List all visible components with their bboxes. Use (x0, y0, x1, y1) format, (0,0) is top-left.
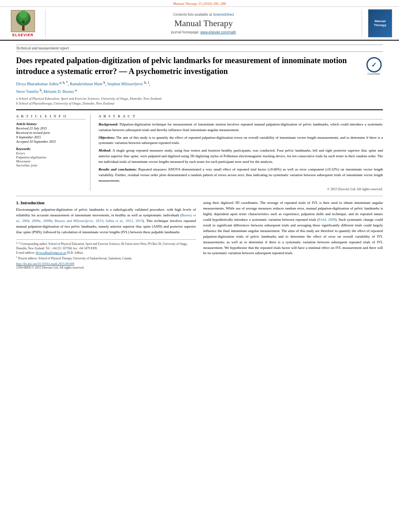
abstract-heading: A B S T R A C T (99, 114, 383, 119)
elsevier-logo: ELSEVIER (11, 10, 35, 37)
keyword-sacroiliac: Sacroiliac joint (16, 163, 85, 167)
svg-point-5 (22, 21, 25, 23)
author-mani[interactable]: Ramakrishnan Mani (70, 82, 102, 86)
footnote-email: E-mail address: divya.adhia@otago.ac.nz … (16, 251, 196, 255)
issn-line: 1356-689X/© 2015 Elsevier Ltd. All right… (16, 266, 196, 269)
revised-label: Received in revised form (16, 131, 85, 135)
intro-para-1: Electromagnetic palpation-digitization o… (16, 207, 196, 235)
method-label: Method: (99, 148, 111, 152)
journal-name: Manual Therapy (174, 18, 233, 29)
keyword-errors: Errors (16, 151, 85, 155)
journal-top-bar: Manual Therapy 21 (2016) 282–286 (0, 0, 399, 7)
introduction-heading: 1. Introduction (16, 200, 196, 205)
homepage-line: journal homepage: www.elsevier.com/math (171, 30, 236, 34)
results-label: Results and conclusions: (99, 167, 137, 171)
elsevier-logo-area: ELSEVIER (5, 9, 41, 37)
ref-bussey-2013[interactable]: Bussey and Milosavljevic, 2013 (55, 219, 103, 223)
abstract-results: Results and conclusions: Repeated measur… (99, 167, 383, 184)
keywords-label: Keywords: (16, 147, 85, 151)
revised-date: 9 September 2015 (16, 135, 85, 139)
two-column-section: A R T I C L E I N F O Article history: R… (16, 114, 383, 191)
article-history-label: Article history: (16, 122, 85, 126)
sciencedirect-link[interactable]: ScienceDirect (213, 12, 234, 16)
crossmark-label: CrossMark (368, 72, 380, 75)
body-section: 1. Introduction Electromagnetic palpatio… (16, 196, 383, 269)
journal-citation: Manual Therapy 21 (2016) 282–286 (173, 2, 226, 6)
elsevier-tree-graphic (11, 10, 35, 32)
received-date: Received 23 July 2015 (16, 126, 85, 130)
abstract-background: Background: Palpation-digitization techn… (99, 122, 383, 133)
footnote-area: * * Corresponding author. School of Phys… (16, 239, 196, 270)
intro-para-2: using their digitized 3D coordinates. Th… (203, 200, 383, 256)
affiliation-a: a School of Physical Education, Sport an… (16, 97, 383, 101)
journal-title-area: Contents lists available at ScienceDirec… (45, 9, 362, 37)
crossmark-badge: ✓ CrossMark (365, 57, 383, 75)
ref-field[interactable]: Field, 2009 (319, 218, 335, 222)
copyright-line: © 2015 Elsevier Ltd. All rights reserved… (99, 187, 383, 191)
doi-link[interactable]: http://dx.doi.org/10.1016/j.math.2015.09… (16, 262, 196, 266)
crossmark-icon: ✓ (366, 57, 382, 72)
objectives-text: The aim of this study is to quantify the… (99, 136, 383, 145)
affiliation-b: b School of Physiotherapy, University of… (16, 101, 383, 105)
abstract-column: A B S T R A C T Background: Palpation-di… (99, 114, 383, 191)
objectives-label: Objectives: (99, 136, 115, 140)
svg-point-4 (19, 10, 27, 18)
elsevier-label: ELSEVIER (12, 33, 34, 37)
journal-cover-thumbnail: Manual Therapy (368, 9, 392, 37)
method-text: A single group repeated measures study, … (99, 148, 383, 164)
authors: Divya Bharatkumar Adhia a, b, *, Ramakri… (16, 80, 383, 95)
author-adhia[interactable]: Divya Bharatkumar Adhia (16, 82, 59, 86)
body-two-column: 1. Introduction Electromagnetic palpatio… (16, 200, 383, 269)
author-milosavljevic[interactable]: Stephan Milosavljevic (107, 82, 143, 86)
author-tumilty[interactable]: Steve Tumilty (16, 89, 39, 94)
journal-header: ELSEVIER Contents lists available at Sci… (0, 7, 399, 41)
author-bussey[interactable]: Melanie D. Bussey (43, 89, 74, 94)
body-col-right: using their digitized 3D coordinates. Th… (203, 200, 383, 269)
article-type: Technical and measurement report (16, 45, 383, 52)
footnote-present-address: 1 Present address: School of Physical Th… (16, 255, 196, 261)
background-text: Palpation-digitization technique for mea… (99, 122, 383, 132)
ref-adhia[interactable]: Adhia et al., 2012, 2015 (105, 219, 143, 223)
journal-cover-area: Manual Therapy (366, 9, 394, 37)
homepage-link[interactable]: www.elsevier.com/math (200, 30, 236, 34)
author-list: Divya Bharatkumar Adhia a, b, *, Ramakri… (16, 82, 150, 93)
body-col-left: 1. Introduction Electromagnetic palpatio… (16, 200, 196, 269)
article-info-heading: A R T I C L E I N F O (16, 114, 85, 119)
sciencedirect-line: Contents lists available at ScienceDirec… (173, 12, 234, 16)
footnote-email-link[interactable]: divya.adhia@otago.ac.nz (36, 251, 66, 255)
keyword-movement: Movement (16, 159, 85, 163)
results-text: Repeated measures ANOVA demonstrated a v… (99, 167, 383, 183)
accepted-date: Accepted 10 September 2015 (16, 140, 85, 144)
article-title: Does repeated palpation-digitization of … (16, 55, 361, 77)
keyword-palpation: Palpation-digitization (16, 155, 85, 159)
keywords-section: Keywords: Errors Palpation-digitization … (16, 147, 85, 167)
abstract-method: Method: A single group repeated measures… (99, 148, 383, 165)
article-info-column: A R T I C L E I N F O Article history: R… (16, 114, 90, 191)
doi-anchor[interactable]: http://dx.doi.org/10.1016/j.math.2015.09… (16, 262, 74, 266)
article-title-area: Does repeated palpation-digitization of … (16, 55, 383, 77)
article-content: Technical and measurement report Does re… (0, 41, 399, 273)
footnote-corresponding: * * Corresponding author. School of Phys… (16, 242, 196, 251)
section-divider-thick (16, 109, 383, 110)
background-label: Background: (99, 122, 118, 126)
abstract-objectives: Objectives: The aim of this study is to … (99, 135, 383, 146)
